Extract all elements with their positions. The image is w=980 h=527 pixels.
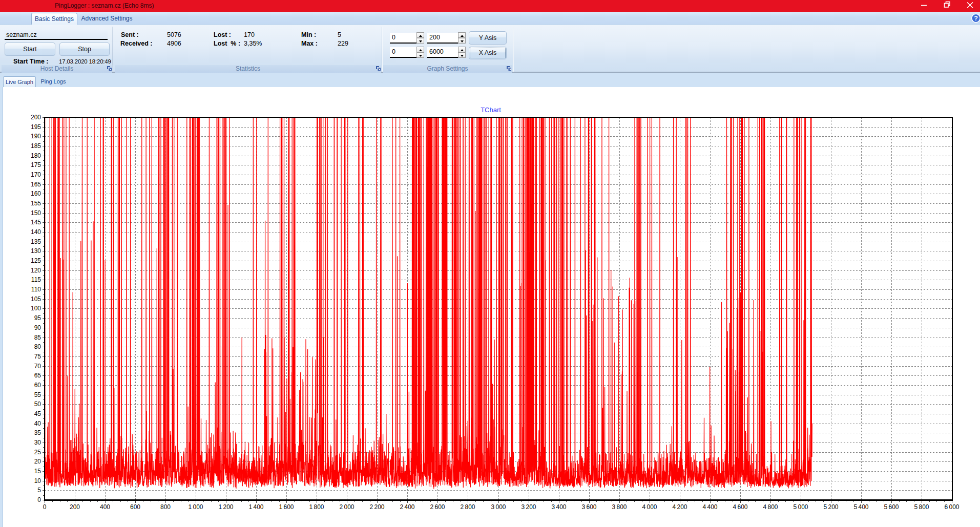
svg-text:2 400: 2 400 bbox=[400, 503, 414, 511]
svg-text:185: 185 bbox=[31, 142, 41, 150]
svg-text:20: 20 bbox=[34, 458, 41, 465]
svg-text:5 000: 5 000 bbox=[793, 503, 808, 511]
svg-text:2 000: 2 000 bbox=[339, 503, 354, 511]
svg-text:3 600: 3 600 bbox=[581, 503, 596, 511]
svg-text:1 800: 1 800 bbox=[309, 503, 324, 511]
svg-text:1 400: 1 400 bbox=[248, 503, 263, 511]
svg-text:135: 135 bbox=[31, 238, 41, 245]
svg-text:5: 5 bbox=[37, 487, 41, 494]
svg-text:155: 155 bbox=[31, 200, 41, 207]
svg-text:0: 0 bbox=[37, 496, 41, 503]
svg-text:15: 15 bbox=[34, 468, 41, 475]
svg-text:3 200: 3 200 bbox=[521, 503, 536, 511]
svg-text:5 200: 5 200 bbox=[823, 503, 838, 511]
svg-text:1 000: 1 000 bbox=[188, 503, 203, 511]
svg-text:120: 120 bbox=[31, 267, 41, 274]
svg-text:160: 160 bbox=[31, 190, 41, 197]
svg-text:130: 130 bbox=[31, 247, 41, 255]
svg-text:175: 175 bbox=[31, 161, 41, 168]
svg-text:5 400: 5 400 bbox=[853, 503, 868, 511]
svg-text:145: 145 bbox=[31, 219, 41, 226]
svg-text:80: 80 bbox=[34, 343, 41, 350]
svg-text:190: 190 bbox=[31, 133, 41, 140]
svg-text:2 600: 2 600 bbox=[430, 503, 445, 511]
svg-text:180: 180 bbox=[31, 152, 41, 159]
svg-text:165: 165 bbox=[31, 181, 41, 188]
svg-text:5 600: 5 600 bbox=[884, 503, 899, 511]
svg-text:200: 200 bbox=[70, 503, 80, 511]
svg-text:800: 800 bbox=[160, 503, 171, 511]
svg-text:195: 195 bbox=[31, 123, 41, 131]
svg-text:140: 140 bbox=[31, 228, 41, 236]
svg-text:40: 40 bbox=[34, 420, 41, 427]
svg-text:4 800: 4 800 bbox=[763, 503, 778, 511]
svg-text:150: 150 bbox=[31, 209, 41, 217]
svg-text:30: 30 bbox=[34, 439, 41, 446]
svg-text:25: 25 bbox=[34, 449, 41, 456]
svg-text:4 200: 4 200 bbox=[672, 503, 687, 511]
svg-text:110: 110 bbox=[31, 286, 41, 293]
svg-text:4 000: 4 000 bbox=[642, 503, 657, 511]
svg-text:170: 170 bbox=[31, 171, 41, 178]
svg-text:70: 70 bbox=[34, 363, 41, 370]
svg-text:55: 55 bbox=[34, 391, 41, 398]
svg-text:85: 85 bbox=[34, 334, 41, 341]
svg-text:600: 600 bbox=[130, 503, 140, 511]
svg-text:105: 105 bbox=[31, 296, 41, 303]
svg-text:95: 95 bbox=[34, 314, 41, 322]
svg-text:5 800: 5 800 bbox=[914, 503, 929, 511]
svg-text:35: 35 bbox=[34, 429, 41, 436]
svg-text:115: 115 bbox=[31, 276, 41, 283]
svg-text:0: 0 bbox=[43, 503, 47, 511]
svg-text:45: 45 bbox=[34, 410, 41, 417]
svg-text:TChart: TChart bbox=[481, 106, 501, 114]
svg-text:3 000: 3 000 bbox=[491, 503, 506, 511]
svg-text:3 400: 3 400 bbox=[551, 503, 566, 511]
svg-text:3 800: 3 800 bbox=[612, 503, 627, 511]
svg-text:4 400: 4 400 bbox=[702, 503, 717, 511]
svg-text:75: 75 bbox=[34, 353, 41, 360]
svg-text:200: 200 bbox=[31, 114, 41, 121]
svg-text:2 200: 2 200 bbox=[369, 503, 384, 511]
svg-text:125: 125 bbox=[31, 257, 41, 264]
svg-text:60: 60 bbox=[34, 382, 41, 389]
svg-text:65: 65 bbox=[34, 372, 41, 379]
svg-text:1 600: 1 600 bbox=[279, 503, 294, 511]
svg-text:10: 10 bbox=[34, 477, 41, 484]
svg-text:1 200: 1 200 bbox=[218, 503, 233, 511]
svg-text:400: 400 bbox=[100, 503, 110, 511]
svg-text:4 600: 4 600 bbox=[733, 503, 747, 511]
svg-text:90: 90 bbox=[34, 324, 41, 331]
svg-text:100: 100 bbox=[31, 305, 41, 312]
svg-text:?: ? bbox=[974, 15, 978, 22]
svg-text:6 000: 6 000 bbox=[944, 503, 959, 511]
svg-text:50: 50 bbox=[34, 400, 41, 408]
svg-text:2 800: 2 800 bbox=[460, 503, 475, 511]
